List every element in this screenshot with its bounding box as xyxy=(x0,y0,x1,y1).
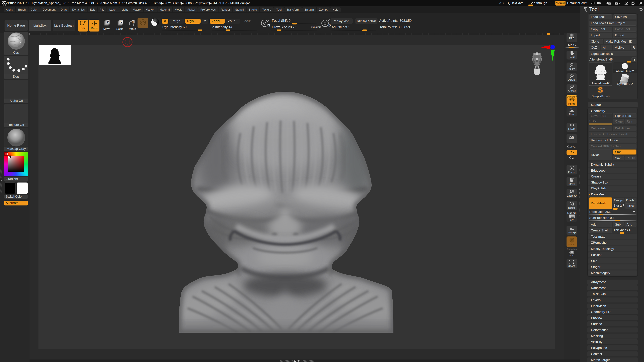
svg-text:R: R xyxy=(132,20,134,23)
svg-text:c: c xyxy=(572,136,573,138)
svg-text:S: S xyxy=(598,86,603,94)
svg-text:M: M xyxy=(107,20,109,23)
svg-text:x1: x1 xyxy=(572,75,574,76)
svg-text:D: D xyxy=(328,23,331,27)
svg-text:S: S xyxy=(268,23,270,27)
svg-text:S: S xyxy=(120,20,122,23)
